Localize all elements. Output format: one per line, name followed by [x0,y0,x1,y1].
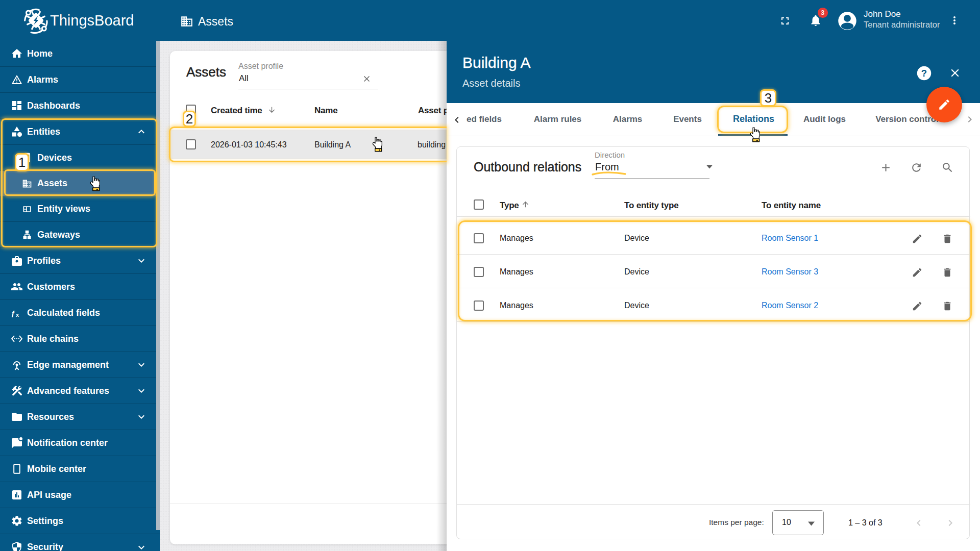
svg-text:?: ? [921,68,927,79]
svg-text:f: f [12,309,15,317]
svg-text:x: x [16,312,19,318]
